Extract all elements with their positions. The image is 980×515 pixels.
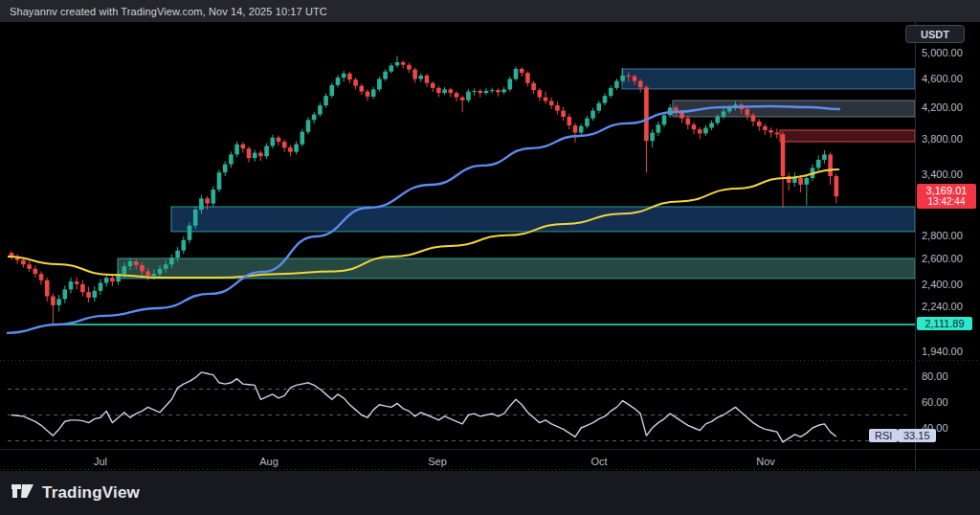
symbol-currency-label: USDT xyxy=(921,29,949,40)
rsi-label-badge: RSI xyxy=(869,429,898,442)
time-axis-month-oct: Oct xyxy=(590,456,607,467)
rsi-line[interactable] xyxy=(11,372,836,442)
time-axis-month-sep: Sep xyxy=(428,456,447,467)
tradingview-logo-icon[interactable] xyxy=(11,484,34,503)
price-axis-label: 3,800.00 xyxy=(922,133,963,145)
supply-demand-zones[interactable] xyxy=(118,69,915,279)
supply-zone-navy[interactable] xyxy=(622,69,915,89)
rsi-value-badge: 33.15 xyxy=(898,429,936,442)
rsi-axis-label: 60.00 xyxy=(922,396,948,408)
rsi-axis-label: 80.00 xyxy=(922,370,948,382)
last-price-value: 3,169.01 xyxy=(917,185,976,196)
time-axis-month-aug: Aug xyxy=(259,456,278,467)
attribution-text: Shayannv created with TradingView.com, N… xyxy=(10,6,327,17)
symbol-currency-button[interactable]: USDT xyxy=(905,25,965,43)
supply-zone-red[interactable] xyxy=(780,130,915,142)
time-axis-month-jul: Jul xyxy=(94,456,107,467)
horizontal-line-price-badge: 2,111.89 xyxy=(917,317,972,330)
price-axis-label: 3,400.00 xyxy=(922,168,963,180)
rsi-pane xyxy=(8,372,911,442)
price-axis-label: 2,240.00 xyxy=(922,301,963,312)
tradingview-wordmark[interactable]: TradingView xyxy=(42,483,140,503)
price-axis-label: 2,800.00 xyxy=(922,230,963,241)
price-axis-label: 2,400.00 xyxy=(922,279,963,290)
demand-zone-teal[interactable] xyxy=(118,258,915,279)
price-axis-label: 4,200.00 xyxy=(922,101,963,113)
footer-bar: TradingView xyxy=(0,471,980,515)
last-price-badge: 3,169.01 13:42:44 xyxy=(917,184,976,209)
candlestick-series[interactable] xyxy=(10,56,838,324)
price-axis-label: 2,600.00 xyxy=(922,253,963,264)
chart-canvas[interactable] xyxy=(0,0,980,471)
bar-countdown: 13:42:44 xyxy=(917,196,976,208)
time-axis-month-nov: Nov xyxy=(756,456,775,467)
attribution-bar: Shayannv created with TradingView.com, N… xyxy=(0,0,980,22)
price-axis-label: 4,600.00 xyxy=(922,73,963,84)
price-axis-label: 1,940.00 xyxy=(922,346,963,357)
price-axis-label: 5,000.00 xyxy=(922,47,963,58)
